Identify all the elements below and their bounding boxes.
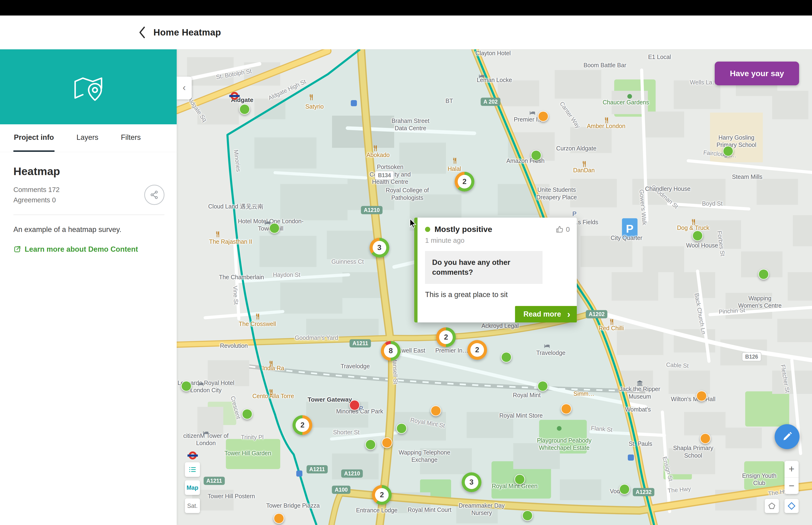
- page-header: Home Heatmap: [0, 15, 812, 49]
- zoom-out-button[interactable]: −: [784, 478, 799, 494]
- zoom-in-button[interactable]: +: [784, 461, 799, 477]
- stat-agreements: Agreements 0: [13, 195, 60, 205]
- cluster-count: 2: [295, 418, 309, 432]
- cluster-marker[interactable]: 2: [372, 485, 392, 505]
- cluster-count: 8: [384, 344, 398, 358]
- back-button[interactable]: [135, 23, 149, 42]
- project-stats: Comments 172Agreements 0: [13, 185, 60, 205]
- cluster-count: 2: [458, 175, 471, 189]
- project-banner: [0, 49, 177, 124]
- external-link-icon: [13, 245, 21, 253]
- comment-marker-o[interactable]: [538, 111, 549, 122]
- survey-question: Do you have any other comments?: [425, 251, 542, 284]
- comment-marker-r[interactable]: [349, 400, 360, 410]
- have-your-say-button[interactable]: Have your say: [715, 62, 799, 85]
- sidebar: Project infoLayersFilters Heatmap Commen…: [0, 49, 177, 525]
- cluster-marker[interactable]: 2: [455, 172, 474, 192]
- comment-marker-o[interactable]: [696, 391, 707, 401]
- comment-timestamp: 1 minute ago: [425, 237, 570, 244]
- read-more-label: Read more: [523, 310, 561, 318]
- locate-icon: [787, 502, 796, 510]
- page-title: Home Heatmap: [153, 27, 221, 38]
- legend-list-button[interactable]: [185, 462, 200, 477]
- cluster-count: 2: [470, 343, 484, 357]
- pencil-icon: [782, 431, 793, 442]
- comment-marker-g[interactable]: [619, 484, 630, 495]
- app-window: Home Heatmap Project infoLayersFilters H…: [0, 0, 812, 525]
- read-more-button[interactable]: Read more ›: [515, 306, 577, 322]
- sidebar-tabs: Project infoLayersFilters: [0, 124, 177, 152]
- thumbs-up-icon: [556, 225, 564, 234]
- tab-project-info[interactable]: Project info: [13, 124, 55, 152]
- basemap-satellite-button[interactable]: Sat.: [185, 498, 200, 513]
- comment-popup: Mostly positive 0 1 minute ago Do you ha…: [414, 217, 577, 322]
- chevron-left-icon: [138, 26, 146, 39]
- project-title: Heatmap: [13, 165, 165, 178]
- comment-marker-g[interactable]: [239, 104, 250, 115]
- comment-marker-g[interactable]: [514, 474, 525, 485]
- comment-marker-o[interactable]: [430, 405, 441, 416]
- like-count: 0: [566, 225, 570, 234]
- demo-content-link[interactable]: Learn more about Demo Content: [13, 245, 165, 254]
- comment-marker-o[interactable]: [561, 404, 572, 414]
- basemap-map-button[interactable]: Map: [185, 480, 200, 495]
- tab-layers[interactable]: Layers: [76, 124, 99, 152]
- sentiment-label: Mostly positive: [434, 225, 555, 234]
- comment-marker-g[interactable]: [758, 269, 769, 280]
- comment-marker-g[interactable]: [396, 423, 407, 434]
- comment-marker-o[interactable]: [382, 437, 393, 448]
- comment-marker-g[interactable]: [501, 352, 512, 363]
- divider: [13, 214, 165, 215]
- comment-marker-g[interactable]: [269, 223, 280, 234]
- list-icon: [188, 466, 196, 474]
- project-info-panel: Heatmap Comments 172Agreements 0 An exam…: [0, 152, 177, 254]
- stat-comments: Comments 172: [13, 185, 60, 195]
- comment-marker-g[interactable]: [522, 510, 533, 521]
- chevron-right-icon: ›: [567, 310, 570, 319]
- comment-marker-o[interactable]: [700, 433, 711, 444]
- like-counter[interactable]: 0: [556, 225, 570, 234]
- add-comment-fab[interactable]: [775, 424, 799, 449]
- popup-accent-bar: [414, 217, 417, 322]
- comment-marker-g[interactable]: [537, 381, 548, 391]
- cluster-marker[interactable]: 8: [381, 341, 401, 361]
- sentiment-dot: [425, 227, 430, 232]
- tab-filters[interactable]: Filters: [121, 124, 141, 152]
- comment-marker-g[interactable]: [723, 146, 734, 156]
- cluster-marker[interactable]: 3: [462, 472, 481, 492]
- chevron-left-icon: ‹: [183, 82, 186, 93]
- share-icon: [150, 190, 159, 199]
- map-pin-logo-icon: [71, 69, 106, 105]
- sidebar-collapse-button[interactable]: ‹: [177, 77, 192, 100]
- share-button[interactable]: [144, 185, 165, 205]
- comment-marker-g[interactable]: [181, 381, 192, 391]
- cluster-count: 2: [375, 488, 388, 502]
- comment-marker-g[interactable]: [692, 230, 703, 241]
- comment-text: This is a great place to sit: [425, 290, 570, 299]
- comment-marker-g[interactable]: [242, 409, 252, 419]
- comment-marker-o[interactable]: [274, 513, 284, 524]
- cluster-count: 3: [465, 476, 478, 489]
- locate-me-button[interactable]: [784, 499, 799, 513]
- draw-shape-button[interactable]: [765, 499, 779, 513]
- comment-marker-g[interactable]: [365, 439, 376, 450]
- map-canvas[interactable]: P St. Botolph StAldgate High StMinoriesA…: [177, 49, 812, 525]
- title-bar: [0, 0, 812, 15]
- cluster-marker[interactable]: 2: [436, 327, 456, 347]
- cluster-count: 2: [439, 330, 453, 344]
- project-description: An example of a heatmap survey.: [13, 225, 165, 234]
- polygon-icon: [768, 502, 776, 510]
- cluster-count: 3: [373, 241, 386, 255]
- basemap-switcher: Map Sat.: [185, 462, 200, 513]
- demo-content-link-label: Learn more about Demo Content: [25, 245, 138, 254]
- zoom-control: + −: [784, 461, 799, 494]
- cluster-marker[interactable]: 2: [467, 340, 487, 360]
- cluster-marker[interactable]: 2: [292, 415, 312, 435]
- cluster-marker[interactable]: 3: [370, 238, 389, 258]
- comment-marker-g[interactable]: [531, 150, 541, 161]
